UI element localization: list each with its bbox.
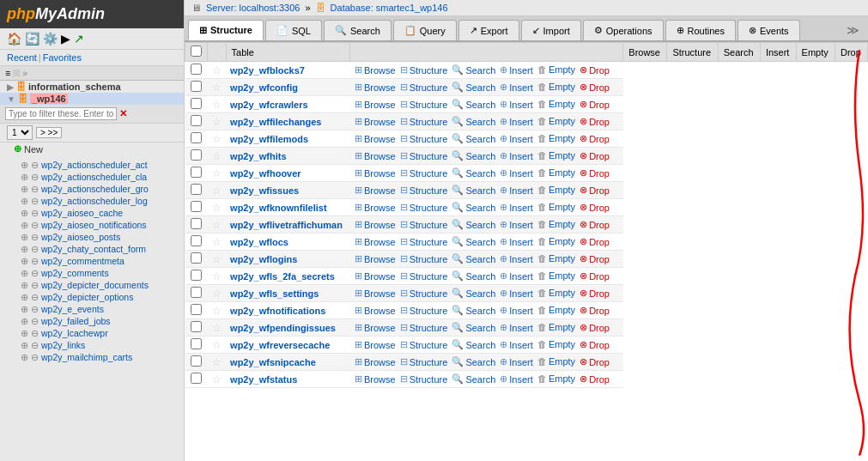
favorite-star[interactable]: ☆: [212, 270, 222, 282]
tab-structure[interactable]: ⊞ Structure: [188, 20, 264, 40]
favorite-star[interactable]: ☆: [212, 373, 222, 385]
sidebar-table-item[interactable]: ⊕ ⊖ wp2y_lcachewpr: [0, 327, 184, 339]
favorite-star[interactable]: ☆: [212, 356, 222, 368]
sidebar-table-item[interactable]: ⊕ ⊖ wp2y_failed_jobs: [0, 315, 184, 327]
table-name-link[interactable]: wp2y_wfcrawlers: [230, 100, 308, 110]
drop-link[interactable]: ⊗ Drop: [580, 99, 610, 110]
table-name-link[interactable]: wp2y_aioseo_cache: [41, 208, 123, 218]
browse-link[interactable]: ⊞ Browse: [355, 116, 396, 127]
search-link[interactable]: 🔍 Search: [452, 150, 495, 161]
row-checkbox[interactable]: [191, 270, 202, 281]
row-checkbox[interactable]: [191, 201, 202, 212]
row-checkbox[interactable]: [191, 287, 202, 298]
insert-link[interactable]: ⊕ Insert: [500, 133, 533, 144]
sidebar-table-item[interactable]: ⊕ ⊖ wp2y_links: [0, 339, 184, 351]
sidebar-table-item[interactable]: ⊕ ⊖ wp2y_depicter_documents: [0, 279, 184, 291]
db-link[interactable]: Database: smartec1_wp146: [331, 3, 448, 13]
row-checkbox[interactable]: [191, 81, 202, 92]
empty-link[interactable]: 🗑 Empty: [537, 99, 575, 109]
table-name-link[interactable]: wp2y_wfblocks7: [230, 65, 305, 76]
drop-link[interactable]: ⊗ Drop: [580, 305, 610, 316]
sidebar-table-item[interactable]: ⊕ ⊖ wp2y_actionscheduler_act: [0, 159, 184, 171]
drop-link[interactable]: ⊗ Drop: [580, 339, 610, 350]
table-name-link[interactable]: wp2y_wfls_settings: [230, 288, 319, 299]
sidebar-table-item[interactable]: ⊕ ⊖ wp2y_aioseo_posts: [0, 231, 184, 243]
browse-link[interactable]: ⊞ Browse: [355, 236, 396, 247]
browse-link[interactable]: ⊞ Browse: [355, 288, 396, 299]
table-name-link[interactable]: wp2y_actionscheduler_cla: [41, 172, 147, 182]
sidebar-table-item[interactable]: ⊕ ⊖ wp2y_mailchimp_carts: [0, 351, 184, 363]
table-name-link[interactable]: wp2y_aioseo_notifications: [41, 220, 147, 230]
structure-link[interactable]: ⊟ Structure: [400, 150, 448, 161]
empty-link[interactable]: 🗑 Empty: [537, 167, 575, 178]
tab-events[interactable]: ⊗ Events: [737, 20, 800, 40]
search-link[interactable]: 🔍 Search: [452, 253, 495, 264]
table-name-link[interactable]: wp2y_depicter_options: [41, 292, 133, 302]
structure-link[interactable]: ⊟ Structure: [400, 288, 448, 299]
empty-link[interactable]: 🗑 Empty: [537, 322, 575, 332]
sidebar-table-item[interactable]: ⊕ ⊖ wp2y_commentmeta: [0, 255, 184, 267]
browse-link[interactable]: ⊞ Browse: [355, 99, 396, 110]
drop-link[interactable]: ⊗ Drop: [580, 288, 610, 299]
browse-link[interactable]: ⊞ Browse: [355, 305, 396, 316]
search-link[interactable]: 🔍 Search: [452, 288, 495, 299]
row-checkbox[interactable]: [191, 235, 202, 246]
favorite-star[interactable]: ☆: [212, 185, 222, 197]
row-checkbox[interactable]: [191, 304, 202, 315]
drop-link[interactable]: ⊗ Drop: [580, 356, 610, 367]
refresh-icon[interactable]: 🔄: [25, 32, 39, 45]
table-name-link[interactable]: wp2y_wfissues: [230, 185, 299, 196]
filter-input[interactable]: [5, 107, 117, 120]
sidebar-table-item[interactable]: ⊕ ⊖ wp2y_aioseo_notifications: [0, 219, 184, 231]
table-name-link[interactable]: wp2y_wfknownfilelist: [230, 203, 326, 213]
table-name-link[interactable]: wp2y_wffilechanges: [230, 117, 321, 127]
drop-link[interactable]: ⊗ Drop: [580, 116, 610, 127]
favorite-star[interactable]: ☆: [212, 99, 222, 111]
sidebar-table-item[interactable]: ⊕ ⊖ wp2y_depicter_options: [0, 291, 184, 303]
search-link[interactable]: 🔍 Search: [452, 305, 495, 316]
insert-link[interactable]: ⊕ Insert: [500, 305, 533, 316]
search-link[interactable]: 🔍 Search: [452, 133, 495, 144]
favorite-star[interactable]: ☆: [212, 219, 222, 231]
drop-link[interactable]: ⊗ Drop: [580, 185, 610, 196]
browse-link[interactable]: ⊞ Browse: [355, 219, 396, 230]
tab-query[interactable]: 📋 Query: [393, 20, 457, 40]
structure-link[interactable]: ⊟ Structure: [400, 356, 448, 367]
browse-link[interactable]: ⊞ Browse: [355, 253, 396, 264]
table-name-link[interactable]: wp2y_wfhoover: [230, 168, 301, 179]
more-tabs-btn[interactable]: ≫: [841, 20, 865, 40]
insert-link[interactable]: ⊕ Insert: [500, 82, 533, 93]
table-name-link[interactable]: wp2y_mailchimp_carts: [41, 352, 132, 362]
favorite-star[interactable]: ☆: [212, 64, 222, 76]
insert-link[interactable]: ⊕ Insert: [500, 322, 533, 333]
favorite-star[interactable]: ☆: [212, 167, 222, 179]
insert-link[interactable]: ⊕ Insert: [500, 167, 533, 179]
favorite-star[interactable]: ☆: [212, 236, 222, 248]
empty-link[interactable]: 🗑 Empty: [537, 373, 575, 384]
drop-link[interactable]: ⊗ Drop: [580, 150, 610, 161]
drop-link[interactable]: ⊗ Drop: [580, 202, 610, 213]
table-name-link[interactable]: wp2y_wfsnipcache: [230, 357, 316, 367]
table-name-link[interactable]: wp2y_aioseo_posts: [41, 232, 120, 242]
table-name-link[interactable]: wp2y_wfnotifications: [230, 306, 325, 316]
sidebar-table-item[interactable]: ⊕ ⊖ wp2y_actionscheduler_cla: [0, 171, 184, 183]
table-name-link[interactable]: wp2y_comments: [41, 268, 109, 278]
browse-link[interactable]: ⊞ Browse: [355, 373, 396, 385]
favorite-star[interactable]: ☆: [212, 339, 222, 351]
home-icon[interactable]: 🏠: [7, 32, 21, 45]
row-checkbox[interactable]: [191, 167, 202, 178]
structure-link[interactable]: ⊟ Structure: [400, 253, 448, 264]
row-checkbox[interactable]: [191, 98, 202, 109]
row-checkbox[interactable]: [191, 64, 202, 75]
tab-routines[interactable]: ⊕ Routines: [665, 20, 736, 40]
insert-link[interactable]: ⊕ Insert: [500, 150, 533, 161]
table-name-link[interactable]: wp2y_wfhits: [230, 151, 286, 161]
structure-link[interactable]: ⊟ Structure: [400, 373, 448, 385]
table-name-link[interactable]: wp2y_wfpendingissues: [230, 323, 336, 333]
sidebar-table-item[interactable]: ⊕ ⊖ wp2y_actionscheduler_log: [0, 195, 184, 207]
drop-link[interactable]: ⊗ Drop: [580, 167, 610, 179]
collapse-icon[interactable]: [13, 70, 20, 76]
table-name-link[interactable]: wp2y_e_events: [41, 304, 104, 314]
drop-link[interactable]: ⊗ Drop: [580, 373, 610, 385]
favorite-star[interactable]: ☆: [212, 82, 222, 94]
